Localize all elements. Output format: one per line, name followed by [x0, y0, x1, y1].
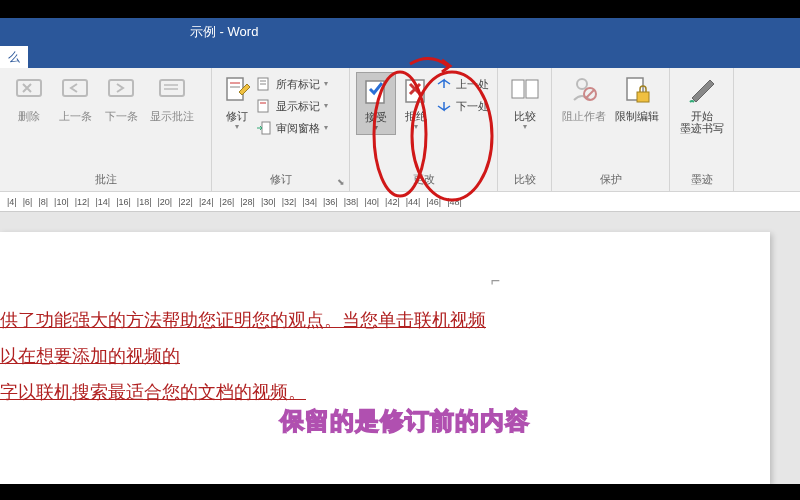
- group-label-tracking: 修订 ⬊: [212, 170, 349, 191]
- group-label-protect: 保护: [552, 170, 669, 191]
- start-inking-button[interactable]: 开始 墨迹书写: [676, 72, 727, 134]
- person-block-icon: [568, 74, 600, 106]
- document-pencil-icon: [221, 74, 253, 106]
- reject-button[interactable]: 拒绝 ▾: [396, 72, 436, 131]
- chevron-down-icon: ▾: [324, 96, 328, 116]
- chevron-down-icon: ▾: [324, 118, 328, 138]
- prev-comment-button[interactable]: 上一条: [52, 72, 98, 122]
- titlebar: 示例 - Word: [0, 18, 800, 46]
- document-line[interactable]: 以在想要添加的视频的: [0, 338, 770, 374]
- block-authors-button[interactable]: 阻止作者: [558, 72, 611, 122]
- document-x-icon: [400, 74, 432, 106]
- text-cursor-icon: ⌐: [491, 272, 500, 290]
- track-changes-button[interactable]: 修订 ▾: [218, 72, 256, 131]
- svg-rect-12: [258, 100, 268, 112]
- ribbon: 删除 上一条 下一条 显示批注 批注 修订 ▾: [0, 68, 800, 192]
- speech-bubble-x-icon: [13, 74, 45, 106]
- reviewing-pane-dropdown[interactable]: 审阅窗格 ▾: [256, 118, 328, 138]
- window-title: 示例 - Word: [190, 23, 258, 41]
- speech-bubble-list-icon: [156, 74, 188, 106]
- svg-rect-17: [512, 80, 524, 98]
- accept-button[interactable]: 接受 ▾: [356, 72, 396, 135]
- previous-change-button[interactable]: 上一处: [436, 74, 489, 94]
- svg-point-19: [577, 79, 587, 89]
- chevron-down-icon: ▾: [523, 122, 527, 131]
- svg-rect-23: [637, 92, 649, 102]
- arrow-up-left-icon: [436, 76, 452, 92]
- restrict-editing-button[interactable]: 限制编辑: [611, 72, 664, 122]
- document-lines-icon: [256, 76, 272, 92]
- svg-rect-3: [160, 80, 184, 96]
- ribbon-tab-active[interactable]: 么: [0, 46, 28, 68]
- show-comments-button[interactable]: 显示批注: [144, 72, 200, 122]
- arrow-right-box-icon: [256, 120, 272, 136]
- compare-button[interactable]: 比较 ▾: [504, 72, 545, 131]
- chevron-down-icon: ▾: [374, 123, 378, 132]
- display-for-review-dropdown[interactable]: 所有标记 ▾: [256, 74, 328, 94]
- pen-ink-icon: [686, 74, 718, 106]
- group-label-compare: 比较: [498, 170, 551, 191]
- horizontal-ruler[interactable]: |4||6||8||10||12||14||16||18||20||22||24…: [0, 192, 800, 212]
- delete-comment-button[interactable]: 删除: [6, 72, 52, 122]
- chevron-down-icon: ▾: [414, 122, 418, 131]
- svg-rect-1: [63, 80, 87, 96]
- speech-bubble-next-icon: [105, 74, 137, 106]
- compare-documents-icon: [509, 74, 541, 106]
- document-lock-icon: [621, 74, 653, 106]
- group-label-ink: 墨迹: [670, 170, 733, 191]
- svg-rect-6: [227, 78, 243, 100]
- document-markup-icon: [256, 98, 272, 114]
- document-page[interactable]: ⌐ 供了功能强大的方法帮助您证明您的观点。当您单击联机视频 以在想要添加的视频的…: [0, 232, 770, 484]
- group-label-comments: 批注: [0, 170, 211, 191]
- svg-rect-2: [109, 80, 133, 96]
- group-label-changes: 更改: [350, 170, 497, 191]
- chevron-down-icon: ▾: [235, 122, 239, 131]
- arrow-down-right-icon: [436, 98, 452, 114]
- document-line[interactable]: 供了功能强大的方法帮助您证明您的观点。当您单击联机视频: [0, 302, 770, 338]
- next-comment-button[interactable]: 下一条: [98, 72, 144, 122]
- ribbon-tab-row: 么: [0, 46, 800, 68]
- svg-rect-0: [17, 80, 41, 96]
- show-markup-dropdown[interactable]: 显示标记 ▾: [256, 96, 328, 116]
- chevron-down-icon: ▾: [324, 74, 328, 94]
- speech-bubble-prev-icon: [59, 74, 91, 106]
- svg-line-21: [586, 90, 594, 98]
- document-line[interactable]: 字以联机搜索最适合您的文档的视频。: [0, 374, 770, 410]
- document-check-icon: [360, 75, 392, 107]
- svg-rect-18: [526, 80, 538, 98]
- document-area: ⌐ 供了功能强大的方法帮助您证明您的观点。当您单击联机视频 以在想要添加的视频的…: [0, 212, 800, 484]
- dialog-launcher-icon[interactable]: ⬊: [337, 177, 345, 187]
- next-change-button[interactable]: 下一处: [436, 96, 489, 116]
- svg-rect-14: [262, 122, 270, 134]
